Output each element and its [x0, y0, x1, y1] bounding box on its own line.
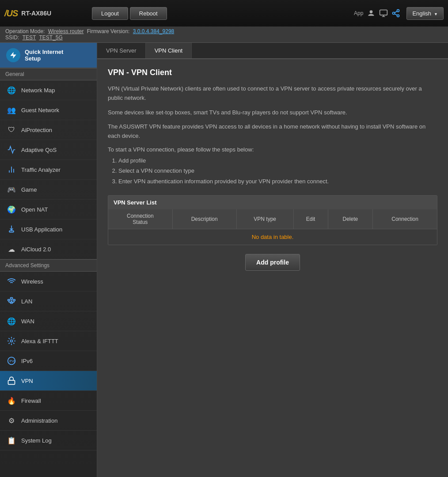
svg-rect-7: [8, 299, 10, 301]
col-edit: Edit: [293, 209, 328, 229]
vpn-client-content: VPN - VPN Client VPN (Virtual Private Ne…: [97, 59, 448, 280]
sidebar-item-alexa[interactable]: Alexa & IFTTT: [0, 331, 97, 351]
wan-label: WAN: [21, 318, 34, 325]
svg-point-4: [397, 15, 399, 17]
wireless-label: Wireless: [21, 278, 43, 285]
app-label[interactable]: App: [354, 10, 363, 16]
sidebar-item-open-nat[interactable]: 🌍 Open NAT: [0, 200, 97, 220]
col-delete: Delete: [328, 209, 373, 229]
alexa-icon: [6, 336, 17, 346]
screen-icon[interactable]: [379, 9, 388, 18]
traffic-analyzer-icon: [6, 164, 17, 175]
add-profile-button[interactable]: Add profile: [245, 254, 300, 271]
sidebar-item-usb-application[interactable]: USB Application: [0, 220, 97, 239]
svg-rect-8: [11, 298, 13, 299]
info-bar-left: Operation Mode: Wireless router Firmware…: [5, 28, 174, 41]
vpn-steps: To start a VPN connection, please follow…: [108, 146, 437, 186]
alexa-label: Alexa & IFTTT: [21, 338, 58, 344]
top-buttons: Logout Reboot: [92, 7, 167, 20]
administration-icon: ⚙: [6, 415, 17, 426]
fw-label: Firmware Version:: [87, 28, 130, 34]
user-icon[interactable]: [367, 9, 376, 18]
sidebar-item-vpn[interactable]: VPN: [0, 371, 97, 391]
adaptive-qos-label: Adaptive QoS: [21, 147, 57, 153]
system-log-icon: 📋: [6, 435, 17, 446]
svg-point-2: [397, 10, 399, 12]
sidebar-item-aicloud[interactable]: ☁ AiCloud 2.0: [0, 239, 97, 259]
svg-line-6: [395, 11, 398, 12]
share-icon[interactable]: [391, 9, 400, 18]
quick-setup-icon: [6, 48, 20, 62]
sidebar-item-aiprotection[interactable]: 🛡 AiProtection: [0, 120, 97, 140]
usb-icon: [6, 224, 17, 235]
vpn-desc-1: VPN (Virtual Private Network) clients ar…: [108, 84, 437, 103]
general-section-label: General: [0, 68, 97, 80]
vpn-label: VPN: [21, 378, 33, 384]
col-connection: Connection: [373, 209, 437, 229]
ssid-label: SSID:: [5, 34, 19, 41]
firewall-icon: 🔥: [6, 395, 17, 406]
usb-application-label: USB Application: [21, 226, 62, 233]
model-name: RT-AX86U: [21, 10, 51, 17]
language-selector[interactable]: English: [406, 7, 444, 20]
col-connection-status: ConnectionStatus: [108, 209, 172, 229]
sidebar-item-game[interactable]: 🎮 Game: [0, 180, 97, 200]
aicloud-label: AiCloud 2.0: [21, 246, 51, 253]
info-bar: Operation Mode: Wireless router Firmware…: [0, 26, 448, 43]
tab-vpn-server[interactable]: VPN Server: [97, 43, 146, 58]
ssid-5g[interactable]: TEST_5G: [39, 34, 62, 41]
open-nat-label: Open NAT: [21, 206, 48, 213]
chevron-down-icon: [434, 10, 438, 17]
sidebar-item-adaptive-qos[interactable]: Adaptive QoS: [0, 140, 97, 160]
ipv6-icon: IPv6: [6, 356, 17, 366]
sidebar-item-administration[interactable]: ⚙ Administration: [0, 411, 97, 431]
svg-line-5: [395, 14, 398, 15]
ipv6-label: IPv6: [21, 358, 33, 364]
fw-version: 3.0.0.4.384_9298: [133, 28, 174, 34]
svg-rect-9: [13, 299, 15, 301]
svg-rect-18: [8, 380, 15, 384]
quick-internet-setup[interactable]: Quick InternetSetup: [0, 43, 97, 68]
administration-label: Administration: [21, 417, 57, 424]
tab-bar: VPN Server VPN Client: [97, 43, 448, 59]
quick-setup-label: Quick InternetSetup: [25, 49, 63, 62]
reboot-button[interactable]: Reboot: [130, 7, 167, 20]
sidebar-item-lan[interactable]: LAN: [0, 292, 97, 311]
svg-point-15: [11, 340, 13, 342]
game-icon: 🎮: [6, 184, 17, 195]
sidebar: Quick InternetSetup General 🌐 Network Ma…: [0, 43, 97, 477]
sidebar-item-ipv6[interactable]: IPv6 IPv6: [0, 351, 97, 371]
vpn-icon: [6, 375, 17, 386]
sidebar-item-wireless[interactable]: Wireless: [0, 272, 97, 292]
col-vpn-type: VPN type: [236, 209, 293, 229]
sidebar-item-guest-network[interactable]: 👥 Guest Network: [0, 100, 97, 120]
app-text: App: [354, 10, 363, 16]
tab-vpn-client[interactable]: VPN Client: [146, 43, 192, 58]
advanced-section-label: Advanced Settings: [0, 259, 97, 272]
sidebar-item-network-map[interactable]: 🌐 Network Map: [0, 80, 97, 100]
step-1: Add profile: [118, 155, 437, 166]
step-3: Enter VPN authentication information pro…: [118, 176, 437, 186]
main-layout: Quick InternetSetup General 🌐 Network Ma…: [0, 43, 448, 477]
network-map-label: Network Map: [21, 87, 55, 94]
firewall-label: Firewall: [21, 398, 41, 404]
op-mode-value: Wireless router: [48, 28, 84, 34]
vpn-client-title: VPN - VPN Client: [108, 68, 437, 77]
sidebar-item-system-log[interactable]: 📋 System Log: [0, 431, 97, 450]
vpn-server-list: VPN Server List ConnectionStatus Descrip…: [108, 195, 437, 245]
content-area: VPN Server VPN Client VPN - VPN Client V…: [97, 43, 448, 477]
aiprotection-icon: 🛡: [6, 125, 17, 135]
sidebar-item-wan[interactable]: 🌐 WAN: [0, 311, 97, 331]
lan-label: LAN: [21, 298, 32, 305]
guest-network-label: Guest Network: [21, 107, 59, 114]
logout-button[interactable]: Logout: [92, 7, 128, 20]
sidebar-item-traffic-analyzer[interactable]: Traffic Analyzer: [0, 160, 97, 180]
wan-icon: 🌐: [6, 316, 17, 326]
table-row-no-data: No data in table.: [108, 229, 437, 245]
ssid-2g[interactable]: TEST: [23, 34, 36, 41]
top-bar: /US RT-AX86U Logout Reboot App English: [0, 0, 448, 26]
vpn-desc-3: The ASUSWRT VPN feature provides VPN acc…: [108, 122, 437, 141]
lan-icon: [6, 296, 17, 307]
network-map-icon: 🌐: [6, 85, 17, 95]
sidebar-item-firewall[interactable]: 🔥 Firewall: [0, 391, 97, 411]
